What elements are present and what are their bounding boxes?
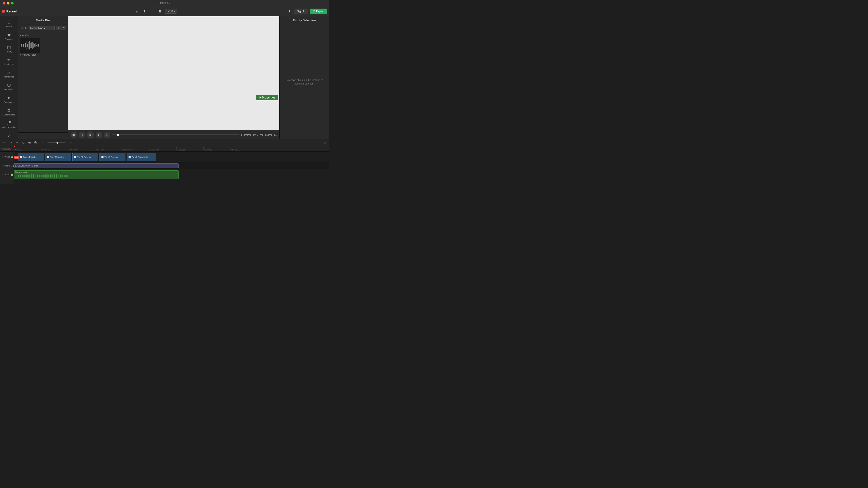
zoom-dropdown-icon: ▾ — [174, 10, 176, 13]
go-to-start-button[interactable]: ⏮ — [70, 132, 77, 138]
media-item-highway-north[interactable]: ♪ highway-north — [20, 38, 40, 56]
progress-thumb[interactable] — [117, 134, 119, 136]
bottom-section: ↩ ↪ ✂ ⧉ 📷 🔍 − + ⤢ 0:00:00:00 — [0, 139, 329, 184]
right-panel-header: Empty Selection — [280, 16, 329, 24]
record-button[interactable]: Record — [2, 9, 17, 13]
progress-bar[interactable] — [112, 134, 239, 135]
properties-button[interactable]: ⚙ Properties — [256, 95, 278, 100]
sort-select[interactable]: Media Type ▾ — [29, 26, 55, 30]
zoom-in-button[interactable]: + — [68, 140, 73, 145]
zoom-slider-thumb[interactable] — [57, 142, 58, 144]
video-clip-3[interactable]: 📄 Tip #3 Placehol — [72, 153, 98, 161]
play-button[interactable]: ▶ — [87, 131, 94, 138]
snapshot-button[interactable]: 📷 — [27, 140, 32, 145]
copy-button[interactable]: ⧉ — [21, 140, 26, 145]
video-clip-4[interactable]: 📄 Tip #4 Placehol — [99, 153, 125, 161]
media-bin-header: Media Bin — [18, 16, 68, 24]
sidebar-item-transitions[interactable]: ⇄ Transitions — [1, 68, 17, 80]
sidebar-item-cursor-effects[interactable]: ⊙ Cursor Effects — [1, 106, 17, 118]
sidebar-item-library[interactable]: ◫ Library — [1, 43, 17, 55]
sidebar-item-favorites[interactable]: ★ Favorites — [1, 31, 17, 42]
section-collapse-icon[interactable]: ▾ — [20, 34, 21, 37]
sign-in-button[interactable]: Sign In — [294, 8, 308, 14]
bg-track-add-icon[interactable]: + — [1, 164, 3, 168]
grid-view-icon[interactable]: ⊞ — [56, 26, 61, 30]
bg-clip-1[interactable]: BACKGROUND · (2 clips) — [13, 163, 179, 168]
export-button[interactable]: ⬆ Export — [310, 8, 327, 14]
video-clip-1[interactable]: 📄 Tip #1 Placehol — [18, 153, 44, 161]
sidebar-label-annotations: Annotations — [4, 63, 14, 66]
undo-button[interactable]: ↩ — [2, 140, 7, 145]
step-forward-button[interactable]: ▸ — [96, 132, 102, 138]
left-sidebar: ⌂ Home ★ Favorites ◫ Library ✏ Annotatio… — [0, 16, 18, 139]
svg-rect-95 — [64, 174, 64, 177]
sort-dropdown-icon: ▾ — [44, 27, 45, 29]
traffic-lights — [0, 2, 13, 4]
bg-track-label: + Backg... 🔒 — [0, 162, 13, 169]
expand-timeline-button[interactable]: ⤢ — [322, 140, 327, 145]
step-back-button[interactable]: ◂ — [79, 132, 85, 138]
cut-button[interactable]: ✂ — [14, 140, 20, 145]
svg-rect-9 — [27, 44, 28, 47]
sidebar-item-behaviors[interactable]: ⬡ Behaviors — [1, 81, 17, 93]
audio-lock-icon[interactable]: 🔒 — [11, 173, 13, 176]
intro-badge: Intro — [14, 156, 19, 159]
video-track-add-icon[interactable]: + — [1, 155, 3, 159]
svg-rect-83 — [56, 175, 56, 177]
zoom-slider[interactable] — [48, 142, 66, 143]
media-section-audio: ▾ Audio — [20, 34, 66, 37]
toolbar-left: Record — [2, 9, 47, 13]
export-label: Export — [316, 10, 324, 13]
video-lock-icon[interactable]: 🔒 — [11, 156, 13, 158]
video-clip-5[interactable]: 📄 Tip #5 Placeholder — [127, 153, 156, 161]
sidebar-item-annotations[interactable]: ✏ Annotations — [1, 56, 17, 67]
crop-tool[interactable]: ⬇ — [142, 8, 148, 14]
svg-rect-61 — [41, 174, 41, 177]
ruler-mark-line — [176, 147, 177, 148]
ruler-mark-2: 0:00:30;00 — [68, 147, 95, 151]
title-bar: Untitled 2 — [0, 0, 329, 6]
pointer-tool[interactable]: ▲ — [134, 8, 140, 14]
svg-rect-90 — [60, 175, 61, 177]
zoom-selector[interactable]: 121% ▾ — [165, 9, 177, 13]
frame-tool[interactable]: ⊞ — [157, 8, 163, 14]
svg-rect-11 — [29, 44, 29, 46]
svg-rect-44 — [29, 175, 30, 177]
media-bin-footer: + ⊞ — [18, 132, 68, 139]
search-button[interactable]: 🔍 — [33, 140, 38, 145]
clip-label-1: Tip #1 Placehol — [23, 156, 37, 158]
download-icon[interactable]: ⬇ — [286, 8, 292, 14]
ruler-marks: 0:00:00;00 0:00:15;00 0:00:30;00 0: — [13, 147, 329, 151]
properties-label: Properties — [262, 96, 275, 99]
go-to-end-button[interactable]: ⏭ — [104, 132, 110, 138]
transitions-icon: ⇄ — [7, 70, 11, 75]
add-media-button[interactable]: + — [20, 134, 22, 138]
app-layout: Record ▲ ⬇ ↑ ⊞ 121% ▾ ⬇ Sign In ⬆ Export — [0, 6, 329, 184]
svg-rect-63 — [42, 175, 42, 177]
svg-rect-47 — [31, 174, 32, 177]
svg-rect-53 — [35, 175, 36, 176]
sidebar-item-home[interactable]: ⌂ Home — [1, 18, 17, 30]
sidebar-item-audio-effects[interactable]: ♪ Audio Effects — [1, 131, 17, 139]
svg-rect-22 — [36, 45, 37, 46]
maximize-button[interactable] — [11, 2, 13, 4]
svg-rect-78 — [52, 175, 53, 177]
close-button[interactable] — [3, 2, 5, 4]
sidebar-label-voice-narration: Voice Narration — [2, 126, 16, 129]
list-view-icon[interactable]: ☰ — [61, 26, 66, 30]
view-toggle-button[interactable]: ⊞ — [24, 134, 26, 138]
audio-clip-1[interactable]: highway-north — [13, 170, 179, 179]
sort-option: Media Type — [30, 27, 43, 29]
sidebar-item-animations[interactable]: ➤ Animations — [1, 94, 17, 105]
sidebar-item-voice-narration[interactable]: 🎤 Voice Narration — [1, 119, 17, 130]
minimize-button[interactable] — [7, 2, 9, 4]
ruler-mark-6: 0:01:30;00 — [176, 147, 204, 151]
video-clip-2[interactable]: 📄 Tip #2 Placehol — [45, 153, 71, 161]
zoom-out-button[interactable]: − — [40, 140, 45, 145]
transform-tool[interactable]: ↑ — [149, 8, 155, 14]
svg-rect-7 — [26, 41, 26, 50]
audio-track-add-icon[interactable]: + — [1, 173, 3, 176]
redo-button[interactable]: ↪ — [8, 140, 13, 145]
ruler-mark-5: 0:01:15;00 — [149, 147, 176, 151]
svg-rect-31 — [20, 175, 21, 177]
